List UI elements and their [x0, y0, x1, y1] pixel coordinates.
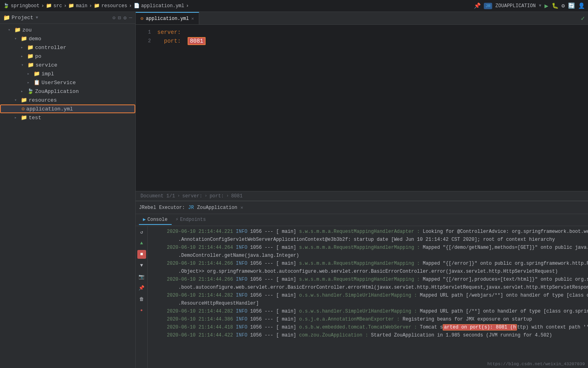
bottom-panel: JRebel Executor: JR ZouApplication ✕ ▶ C… — [136, 201, 588, 368]
console-wrapper: 2020-06-10 21:14:44.221 INFO 1056 --- [ … — [148, 226, 588, 368]
status-arrow3: › — [226, 194, 229, 198]
breadcrumb-label-yaml: application.yml — [141, 3, 184, 9]
breadcrumb-yaml[interactable]: 📄 application.yml — [134, 3, 184, 9]
log-line-14: 2020-06-10 21:14:44.422 INFO 1056 --- [ … — [148, 331, 588, 339]
status-arrow2: › — [205, 194, 207, 198]
stop-button[interactable]: ■ — [137, 250, 146, 259]
tree-arrow-impl: ▸ — [27, 71, 32, 76]
tree-item-zouapp[interactable]: ▸ 🍃 ZouApplication — [0, 87, 135, 96]
folder-icon-resources: 📁 — [21, 97, 27, 103]
tree-arrow-resources: ▾ — [14, 98, 19, 102]
tree-item-demo[interactable]: ▾ 📁 demo — [0, 34, 135, 43]
tree-item-zou[interactable]: ▾ 📁 zou — [0, 26, 135, 34]
console-tab-console[interactable]: ▶ Console — [139, 215, 172, 225]
camera-button[interactable]: 📷 — [137, 272, 146, 281]
log-line-8: .boot.autoconfigure.web.servlet.error.Ba… — [148, 283, 588, 291]
editor-tabs: ⚙ application.yml ✕ ✓ — [136, 12, 588, 25]
right-area: ⚙ application.yml ✕ ✓ 1 server: — [136, 12, 588, 368]
folder-icon3: 📁 — [94, 3, 100, 9]
breadcrumb-arrow3: › — [89, 3, 92, 9]
breadcrumb-springboot[interactable]: 🍃 springboot — [3, 3, 40, 9]
file-tree: ▾ 📁 zou ▾ 📁 demo ▸ 📁 controller ▸ 📁 po — [0, 24, 135, 368]
tree-arrow-demo: ▾ — [14, 36, 19, 41]
folder-icon-demo: 📁 — [21, 35, 27, 42]
log-line-13: 2020-06-10 21:14:44.418 INFO 1056 --- [ … — [148, 323, 588, 331]
breadcrumb-main[interactable]: 📁 main — [68, 3, 87, 9]
tree-label-impl: impl — [42, 71, 54, 77]
collapse-all-icon[interactable]: ⊟ — [118, 15, 121, 21]
minimize-panel-icon[interactable]: — — [129, 15, 132, 21]
console-tab-label: Console — [147, 217, 167, 222]
tree-label-service: service — [36, 62, 57, 68]
settings-icon[interactable]: ⚙ — [123, 15, 127, 21]
pin-icon[interactable]: 📌 — [474, 2, 481, 9]
debug-button[interactable]: 🐛 — [552, 2, 558, 9]
code-text-2: port: 8081 — [157, 38, 206, 44]
tree-label-userservice: UserService — [42, 80, 76, 86]
breadcrumb-src[interactable]: 📁 src — [46, 3, 62, 9]
tree-item-resources[interactable]: ▾ 📁 resources — [0, 96, 135, 104]
scroll-down-button[interactable]: ▼ — [137, 261, 146, 270]
locate-file-icon[interactable]: ⊙ — [113, 15, 116, 21]
console-content: 2020-06-10 21:14:44.221 INFO 1056 --- [ … — [148, 226, 588, 368]
app-name-label: ZOUAPPLICATION — [495, 3, 536, 9]
tree-arrow-test: ▸ — [14, 115, 19, 120]
tree-item-application-yml[interactable]: ⚙ application.yml — [0, 104, 135, 113]
port-value-highlight: 8081 — [188, 37, 206, 45]
tree-item-userservice[interactable]: ▸ 📋 UserService — [0, 78, 135, 87]
tree-item-controller[interactable]: ▸ 📁 controller — [0, 43, 135, 52]
project-panel-header: 📁 Project ▼ ⊙ ⊟ ⚙ — — [0, 12, 135, 24]
profile-button[interactable]: 👤 — [578, 2, 585, 9]
app-dropdown-arrow[interactable]: ▼ — [539, 4, 541, 8]
scroll-up-button[interactable]: ▲ — [137, 239, 146, 248]
code-line-2: 2 port: 8081 — [136, 37, 588, 45]
tree-label-po: po — [35, 53, 42, 59]
tree-arrow-userservice: ▸ — [27, 80, 32, 85]
pin-console-button[interactable]: 📌 — [137, 283, 146, 292]
tab-close-button[interactable]: ✕ — [191, 16, 194, 21]
log-line-12: 2020-06-10 21:14:44.386 INFO 1056 --- [ … — [148, 315, 588, 323]
log-line-3: 2020-06-10 21:14:44.264 INFO 1056 --- [ … — [148, 244, 588, 252]
folder-icon-po: 📁 — [27, 53, 34, 59]
run-config-button[interactable]: ⚙ — [562, 2, 565, 9]
log-line-5: 2020-06-10 21:14:44.266 INFO 1056 --- [ … — [148, 260, 588, 268]
log-line-7: 2020-06-10 21:14:44.266 INFO 1056 --- [ … — [148, 276, 588, 283]
tree-label-application-yml: application.yml — [26, 106, 73, 112]
restart-button[interactable]: ↺ — [137, 228, 146, 236]
close-jrebel-button[interactable]: ✕ — [240, 205, 243, 210]
tree-item-service[interactable]: ▾ 📁 service — [0, 61, 135, 69]
update-button[interactable]: 🔄 — [568, 2, 575, 9]
log-line-11: 2020-06-10 21:14:44.282 INFO 1056 --- [ … — [148, 307, 588, 315]
breadcrumb-arrow: › — [41, 3, 44, 9]
editor-tab-yaml[interactable]: ⚙ application.yml ✕ — [136, 12, 199, 24]
breadcrumb-arrow4: › — [129, 3, 132, 9]
editor-statusbar: Document 1/1 › server: › port: › 8081 — [136, 191, 588, 201]
endpoints-tab-label: Endpoints — [180, 217, 206, 222]
console-tab-endpoints[interactable]: ⚡ Endpoints — [172, 215, 210, 225]
log-line-1: 2020-06-10 21:14:44.221 INFO 1056 --- [ … — [148, 228, 588, 236]
spring-icon: 🍃 — [3, 3, 9, 9]
status-arrow1: › — [177, 194, 180, 198]
tree-item-test[interactable]: ▸ 📁 test — [0, 113, 135, 122]
clear-console-button[interactable]: 🗑 — [137, 295, 146, 303]
breadcrumb-label-src: src — [53, 3, 62, 9]
console-tab-icon: ▶ — [143, 216, 146, 222]
line-number-1: 1 — [139, 30, 151, 35]
tree-item-impl[interactable]: ▸ 📁 impl — [0, 69, 135, 78]
project-dropdown-arrow[interactable]: ▼ — [36, 16, 38, 20]
status-server: server: — [182, 193, 202, 199]
top-bar-right: 📌 JR ZOUAPPLICATION ▼ ▶ 🐛 ⚙ 🔄 👤 — [474, 2, 585, 10]
tree-arrow-controller: ▸ — [21, 45, 26, 50]
code-key-server: server: — [157, 29, 181, 35]
interface-icon-userservice: 📋 — [34, 79, 40, 86]
tree-arrow-po: ▸ — [21, 54, 26, 59]
status-port-val: 8081 — [231, 193, 243, 199]
folder-icon-impl: 📁 — [34, 71, 40, 77]
tree-item-po[interactable]: ▸ 📁 po — [0, 52, 135, 61]
status-doc: Document 1/1 — [141, 193, 175, 199]
run-button[interactable]: ▶ — [544, 2, 548, 10]
breadcrumb-resources[interactable]: 📁 resources — [94, 3, 127, 9]
bottom-main: ↺ ▲ ■ ▼ 📷 📌 🗑 ● 2020-06-10 21:14:4 — [136, 226, 588, 368]
project-header-icons: ⊙ ⊟ ⚙ — — [113, 15, 132, 21]
folder-icon2: 📁 — [68, 3, 74, 9]
